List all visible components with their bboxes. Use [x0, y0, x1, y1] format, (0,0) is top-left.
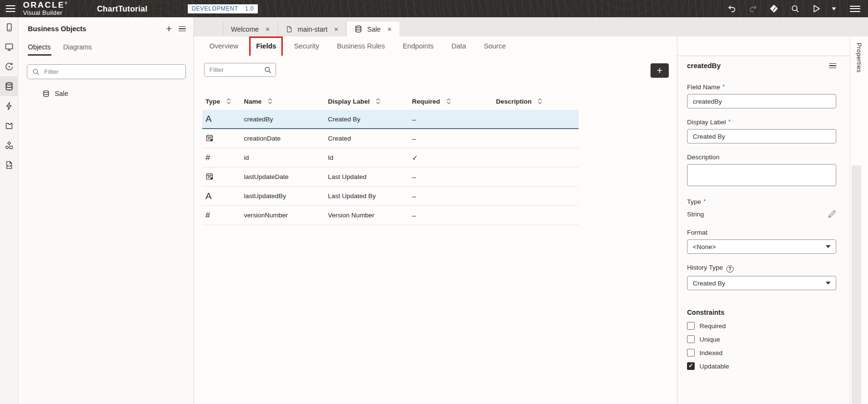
tab-welcome[interactable]: Welcome ×: [223, 22, 278, 36]
properties-scrollbar[interactable]: [852, 166, 861, 404]
sort-icon[interactable]: [227, 98, 231, 104]
chevron-down-icon: [826, 282, 831, 285]
constraint-unique[interactable]: Unique: [687, 335, 836, 343]
description-label: Description: [687, 154, 836, 161]
object-item-sale[interactable]: Sale: [42, 90, 193, 97]
sort-icon[interactable]: [446, 98, 451, 104]
number-type-icon: #: [205, 211, 210, 220]
sort-icon[interactable]: [268, 98, 272, 104]
type-value: String: [687, 211, 827, 218]
subtab-data[interactable]: Data: [451, 42, 466, 50]
field-display-label: Version Number: [328, 212, 412, 219]
help-icon[interactable]: ?: [726, 265, 734, 273]
tab-diagrams[interactable]: Diagrams: [63, 43, 92, 56]
field-name: lastUpdateDate: [244, 173, 328, 180]
checkbox-label: Required: [699, 322, 726, 330]
subtab-fields[interactable]: Fields: [256, 42, 276, 50]
constraint-required[interactable]: Required: [687, 322, 836, 330]
search-icon[interactable]: [784, 0, 806, 17]
properties-panel-spacer: [677, 36, 850, 56]
table-row[interactable]: A createdBy Created By –: [202, 110, 579, 129]
edit-pencil-icon[interactable]: [827, 210, 836, 219]
checkbox[interactable]: [687, 335, 695, 343]
checkbox-label: Indexed: [699, 349, 723, 356]
diagrams-icon[interactable]: [0, 135, 18, 155]
field-name: creationDate: [244, 135, 328, 142]
field-required: –: [412, 173, 496, 181]
object-subtabs: Overview Fields Security Business Rules …: [194, 36, 677, 56]
subtab-security[interactable]: Security: [294, 42, 319, 50]
display-label-label: Display Label*: [687, 119, 836, 126]
run-options-caret[interactable]: [827, 0, 841, 17]
table-row[interactable]: # id Id ✓: [202, 148, 579, 167]
mobile-applications-icon[interactable]: [0, 17, 18, 37]
service-connections-icon[interactable]: [0, 57, 18, 76]
tab-sale[interactable]: Sale ×: [347, 22, 399, 36]
close-icon[interactable]: ×: [387, 25, 392, 33]
field-required: –: [412, 115, 496, 123]
display-label-input[interactable]: [687, 129, 836, 143]
sort-icon[interactable]: [376, 98, 380, 104]
column-header-required[interactable]: Required: [412, 98, 440, 105]
database-icon: [42, 90, 50, 97]
tab-objects[interactable]: Objects: [28, 43, 50, 56]
description-input[interactable]: [687, 164, 836, 186]
subtab-endpoints[interactable]: Endpoints: [403, 42, 434, 50]
fields-filter-input[interactable]: [209, 66, 257, 73]
column-header-display-label[interactable]: Display Label: [328, 98, 370, 105]
panel-title: Business Objects: [28, 25, 162, 33]
subtab-overview[interactable]: Overview: [209, 42, 238, 50]
table-header-row: Type Name Display Label Required Descrip…: [202, 93, 579, 110]
undo-icon[interactable]: [721, 0, 742, 17]
diagnostics-icon[interactable]: [763, 0, 784, 17]
table-row[interactable]: A lastUpdatedBy Last Updated By –: [202, 187, 579, 206]
tab-label: Welcome: [231, 25, 259, 33]
tab-label: Sale: [367, 25, 381, 33]
field-name: versionNumber: [244, 212, 328, 219]
table-row[interactable]: lastUpdateDate Last Updated –: [202, 167, 579, 187]
column-header-description[interactable]: Description: [496, 98, 531, 105]
header-menu-icon[interactable]: [850, 6, 860, 12]
field-display-label: Last Updated: [328, 173, 412, 180]
components-icon[interactable]: [0, 116, 18, 135]
subtab-business-rules[interactable]: Business Rules: [337, 42, 385, 50]
properties-menu-icon[interactable]: [829, 63, 836, 69]
constraint-indexed[interactable]: Indexed: [687, 349, 836, 356]
sort-icon[interactable]: [538, 98, 542, 104]
environment-badge: DEVELOPMENT 1.0: [188, 4, 258, 13]
close-icon[interactable]: ×: [334, 25, 338, 33]
properties-rail-tab[interactable]: Properties: [856, 43, 863, 72]
redo-icon[interactable]: [742, 0, 763, 17]
field-required: ✓: [412, 154, 496, 162]
column-header-type[interactable]: Type: [205, 98, 220, 105]
logo-subtext: Visual Builder: [23, 10, 67, 16]
format-dropdown[interactable]: <None>: [687, 239, 836, 254]
source-code-icon[interactable]: [0, 155, 18, 175]
checkbox[interactable]: [687, 349, 695, 356]
checkbox[interactable]: [687, 322, 695, 330]
add-field-button[interactable]: +: [651, 63, 669, 78]
business-objects-panel: Business Objects + Objects Diagrams Sale: [18, 17, 194, 404]
close-icon[interactable]: ×: [265, 25, 270, 33]
add-business-object-button[interactable]: +: [162, 24, 176, 34]
table-row[interactable]: # versionNumber Version Number –: [202, 206, 579, 225]
table-row[interactable]: creationDate Created –: [202, 129, 579, 148]
objects-filter-input[interactable]: [44, 68, 181, 75]
column-header-name[interactable]: Name: [244, 98, 262, 105]
checkbox-label: Unique: [699, 336, 720, 343]
run-app-icon[interactable]: [806, 0, 827, 17]
business-objects-icon[interactable]: [0, 76, 18, 96]
checkbox-label: Updatable: [699, 363, 729, 370]
tab-main-start[interactable]: main-start ×: [278, 22, 347, 36]
field-name-input[interactable]: [687, 94, 836, 108]
table-body: A createdBy Created By – creationDate Cr…: [202, 110, 579, 225]
subtab-source[interactable]: Source: [484, 42, 506, 50]
processes-icon[interactable]: [0, 96, 18, 116]
checkbox[interactable]: [687, 362, 695, 370]
web-applications-icon[interactable]: [0, 37, 18, 57]
global-menu-icon[interactable]: [6, 5, 15, 12]
history-type-dropdown[interactable]: Created By: [687, 276, 836, 290]
panel-menu-icon[interactable]: [179, 26, 186, 32]
constraint-updatable[interactable]: Updatable: [687, 362, 836, 370]
search-icon: [32, 68, 40, 76]
